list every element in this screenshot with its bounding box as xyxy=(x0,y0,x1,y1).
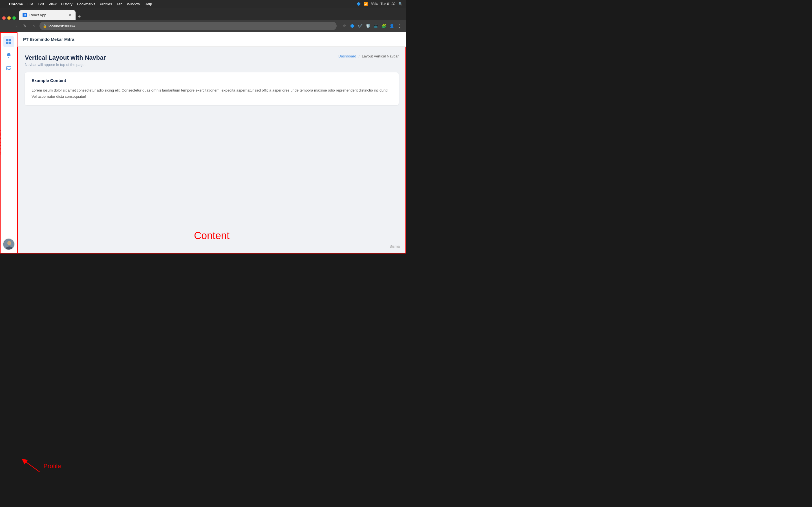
menu-bar: Chrome File Edit View History Bookmarks … xyxy=(0,0,406,8)
menu-chrome[interactable]: Chrome xyxy=(9,2,23,6)
page-title: Vertical Layout with Navbar xyxy=(25,54,106,61)
forward-button[interactable]: → xyxy=(12,22,19,29)
reload-button[interactable]: ↻ xyxy=(21,22,28,29)
tab-bar: R React App ✕ + xyxy=(0,8,406,20)
browser-tab[interactable]: R React App ✕ xyxy=(19,10,75,20)
svg-rect-0 xyxy=(6,39,8,41)
tab-title: React App xyxy=(29,13,46,17)
bottom-right-label: Bisma xyxy=(390,244,400,248)
tab-favicon: R xyxy=(22,13,27,17)
page-title-block: Vertical Layout with Navbar Navbar will … xyxy=(25,54,106,67)
browser-toolbar: ☆ 🔷 ✔️ 🛡️ 📺 🧩 👤 ⋮ xyxy=(341,23,403,29)
extension-3-icon[interactable]: 🛡️ xyxy=(365,23,371,29)
sidebar-icon-bell[interactable] xyxy=(3,50,14,61)
svg-point-4 xyxy=(8,57,9,58)
menu-history[interactable]: History xyxy=(61,2,72,6)
home-button[interactable]: ⌂ xyxy=(31,22,37,29)
lock-icon: 🔒 xyxy=(43,24,47,28)
sidebar-icon-inbox[interactable] xyxy=(3,63,14,74)
svg-point-7 xyxy=(7,241,11,245)
card-body: Lorem ipsum dolor sit amet consectetur a… xyxy=(32,87,392,100)
app-header: PT Bromindo Mekar Mitra xyxy=(17,32,406,47)
sidebar-icon-grid[interactable] xyxy=(3,36,14,47)
extension-4-icon[interactable]: 📺 xyxy=(373,23,379,29)
content-card: Example Content Lorem ipsum dolor sit am… xyxy=(25,72,399,105)
battery-label: 88% xyxy=(371,2,377,6)
tab-close-button[interactable]: ✕ xyxy=(68,13,72,17)
page-header: Vertical Layout with Navbar Navbar will … xyxy=(25,54,399,67)
avatar-image[interactable] xyxy=(3,238,15,250)
page-content: Vertical Layout with Navbar Navbar will … xyxy=(17,47,406,253)
menu-icon[interactable]: ⋮ xyxy=(396,23,403,29)
minimize-button[interactable] xyxy=(7,16,11,20)
menu-edit[interactable]: Edit xyxy=(38,2,44,6)
breadcrumb-home[interactable]: Dashboard xyxy=(338,54,356,58)
search-icon[interactable]: 🔍 xyxy=(398,2,403,6)
menu-bar-right: 🔷 📶 88% Tue 01.32 🔍 xyxy=(357,2,403,6)
company-name: PT Bromindo Mekar Mitra xyxy=(23,37,74,42)
content-annotation: Content xyxy=(194,230,230,242)
right-area: PT Bromindo Mekar Mitra Vertical Layout … xyxy=(17,32,406,253)
url-text: localhost:3000/# xyxy=(49,24,75,28)
extension-1-icon[interactable]: 🔷 xyxy=(349,23,355,29)
menu-bar-left: Chrome File Edit View History Bookmarks … xyxy=(3,2,152,6)
extension-2-icon[interactable]: ✔️ xyxy=(357,23,363,29)
profile-icon[interactable]: 👤 xyxy=(389,23,395,29)
svg-rect-1 xyxy=(9,39,11,41)
new-tab-button[interactable]: + xyxy=(78,14,81,20)
sidebar-profile-avatar[interactable] xyxy=(1,238,17,253)
menu-help[interactable]: Help xyxy=(145,2,152,6)
traffic-lights xyxy=(2,16,16,20)
menu-window[interactable]: Window xyxy=(127,2,140,6)
svg-rect-2 xyxy=(6,42,8,44)
sidebar-icons xyxy=(1,33,17,238)
extensions-icon[interactable]: 🧩 xyxy=(380,23,387,29)
maximize-button[interactable] xyxy=(12,16,16,20)
page-subtitle: Navbar will appear in top of the page. xyxy=(25,62,106,67)
bluetooth-icon: 🔷 xyxy=(357,2,361,6)
menu-profiles[interactable]: Profiles xyxy=(100,2,112,6)
breadcrumb-separator: / xyxy=(359,54,360,58)
svg-rect-5 xyxy=(6,66,11,70)
breadcrumb: Dashboard / Layout Vertical Navbar xyxy=(338,54,399,58)
app-wrapper: Mini Sidebar PT Bromindo Mekar Mitra xyxy=(0,32,406,253)
card-title: Example Content xyxy=(32,78,392,83)
menu-view[interactable]: View xyxy=(49,2,56,6)
breadcrumb-current: Layout Vertical Navbar xyxy=(362,54,399,58)
mini-sidebar: Mini Sidebar xyxy=(0,32,17,253)
menu-file[interactable]: File xyxy=(28,2,33,6)
menu-bookmarks[interactable]: Bookmarks xyxy=(77,2,95,6)
wifi-icon: 📶 xyxy=(364,2,368,6)
user-avatar xyxy=(3,239,14,249)
close-button[interactable] xyxy=(2,16,6,20)
menu-tab[interactable]: Tab xyxy=(116,2,122,6)
address-bar-row: ← → ↻ ⌂ 🔒 localhost:3000/# ☆ 🔷 ✔️ 🛡️ 📺 🧩… xyxy=(0,20,406,32)
address-bar[interactable]: 🔒 localhost:3000/# xyxy=(40,22,337,30)
clock: Tue 01.32 xyxy=(380,2,396,6)
bookmark-icon[interactable]: ☆ xyxy=(341,23,347,29)
svg-rect-3 xyxy=(9,42,11,44)
back-button[interactable]: ← xyxy=(3,22,10,29)
